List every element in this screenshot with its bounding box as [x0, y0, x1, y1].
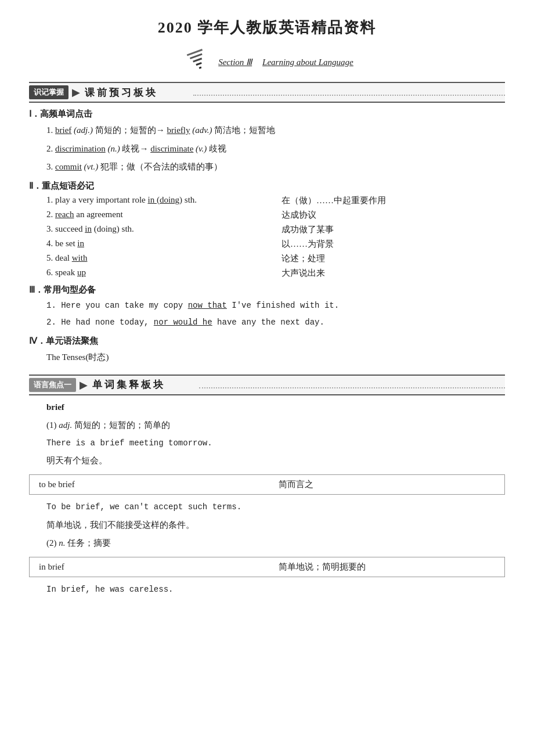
example1-zh: 明天有个短会。 — [46, 453, 505, 469]
panel2-dots — [199, 381, 505, 388]
phrase2-left: 2. reach an agreement — [46, 210, 270, 219]
part3-label: Ⅲ．常用句型必备 — [29, 285, 505, 296]
phrase4-left: 4. be set in — [46, 239, 270, 249]
sentence-item-1: 1. Here you can take my copy now that I'… — [46, 299, 505, 313]
phrase-item-2: 2. reach an agreement 达成协议 — [46, 210, 505, 221]
sentence-item-2: 2. He had none today, nor would he have … — [46, 316, 505, 330]
item2-text2: 歧视 — [209, 144, 226, 153]
item2-word2: discriminate — [150, 144, 193, 153]
main-title: 2020 学年人教版英语精品资料 — [29, 17, 505, 38]
phrase-item-3: 3. succeed in (doing) sth. 成功做了某事 — [46, 224, 505, 235]
phrase-item-1: 1. play a very important role in (doing)… — [46, 195, 505, 206]
panel1-header: 识记掌握 ▶ 课前预习板块 — [29, 82, 505, 103]
phrase6-right: 大声说出来 — [270, 268, 505, 279]
example1-en: There is a brief meeting tomorrow. — [46, 437, 505, 451]
word-brief-adj: (1) adj. 简短的；短暂的；简单的 — [46, 418, 505, 433]
table2-left: in brief — [39, 562, 255, 572]
vocab-item-3: 3. commit (vt.) 犯罪；做（不合法的或错的事） — [46, 160, 505, 175]
table1-left: to be brief — [39, 480, 255, 489]
item1-text: 简短的；短暂的→ — [95, 125, 165, 135]
svg-rect-4 — [199, 67, 202, 69]
word-brief: brief — [46, 402, 64, 412]
vocab-item-2: 2. discrimination (n.) 歧视→ discriminate … — [46, 142, 505, 157]
panel1-arrow-icon: ▶ — [72, 86, 80, 99]
table-row-1: to be brief 简而言之 — [29, 474, 505, 495]
table2-right: 简单地说；简明扼要的 — [255, 561, 495, 573]
adj-italic: adj. — [59, 420, 72, 430]
part1-label: Ⅰ．高频单词点击 — [29, 109, 505, 120]
item3-pos: (vt.) — [84, 162, 99, 171]
part2-label: Ⅱ．重点短语必记 — [29, 181, 505, 192]
learning-label: Learning about Language — [262, 57, 353, 67]
item1-word2: briefly — [167, 125, 190, 135]
section-label: Section Ⅲ — [218, 57, 252, 67]
item2-text1: 歧视→ — [122, 144, 148, 153]
adj-text: 简短的；短暂的；简单的 — [74, 420, 170, 430]
item3-num: 3. — [46, 162, 55, 171]
phrase1-left: 1. play a very important role in (doing)… — [46, 195, 270, 205]
item1-text2: 简洁地；短暂地 — [214, 125, 275, 135]
part4-text: The Tenses(时态) — [46, 350, 505, 365]
example3-en: In brief, he was careless. — [46, 583, 505, 597]
table-row-2: in brief 简单地说；简明扼要的 — [29, 557, 505, 577]
section-header: Section Ⅲ Learning about Language — [29, 48, 505, 76]
word-brief-n: (2) n. 任务；摘要 — [46, 536, 505, 551]
example2-zh: 简单地说，我们不能接受这样的条件。 — [46, 518, 505, 533]
item1-pos: (adj.) — [74, 125, 93, 135]
item3-text: 犯罪；做（不合法的或错的事） — [100, 162, 222, 171]
svg-rect-3 — [196, 62, 202, 66]
item3-word: commit — [55, 162, 82, 171]
example2-en: To be brief, we can't accept such terms. — [46, 501, 505, 514]
item2-pos2: (v.) — [196, 144, 207, 153]
item2-num: 2. — [46, 144, 55, 153]
word-entry-brief: brief — [46, 400, 505, 415]
vocab-item-1: 1. brief (adj.) 简短的；短暂的→ briefly (adv.) … — [46, 123, 505, 138]
n-text: 任务；摘要 — [67, 538, 111, 548]
table1-right: 简而言之 — [255, 479, 495, 490]
item2-pos1: (n.) — [107, 144, 120, 153]
panel2-arrow-icon: ▶ — [80, 379, 88, 391]
n-italic: n. — [59, 538, 65, 548]
svg-rect-2 — [193, 57, 202, 62]
panel1-badge: 识记掌握 — [29, 85, 68, 99]
section-logo-icon — [181, 48, 212, 76]
phrase-item-6: 6. speak up 大声说出来 — [46, 268, 505, 279]
n-label: (2) — [46, 538, 57, 548]
panel1-title: 课前预习板块 — [85, 86, 189, 99]
adj-label: (1) — [46, 420, 57, 430]
phrase5-right: 论述；处理 — [270, 253, 505, 264]
phrase3-right: 成功做了某事 — [270, 224, 505, 235]
panel2-header: 语言焦点一 ▶ 单词集释板块 — [29, 375, 505, 395]
panel2-badge: 语言焦点一 — [29, 378, 76, 392]
panel2-title: 单词集释板块 — [92, 378, 194, 391]
item1-num: 1. — [46, 125, 55, 135]
phrase3-left: 3. succeed in (doing) sth. — [46, 224, 270, 234]
item2-word1: discrimination — [55, 144, 106, 153]
phrase5-left: 5. deal with — [46, 253, 270, 263]
phrase-item-4: 4. be set in 以……为背景 — [46, 239, 505, 250]
phrase4-right: 以……为背景 — [270, 239, 505, 250]
item1-word: brief — [55, 125, 71, 135]
item1-pos2: (adv.) — [192, 125, 212, 135]
panel1-dots — [193, 89, 505, 96]
phrase1-right: 在（做）……中起重要作用 — [270, 195, 505, 206]
phrase2-right: 达成协议 — [270, 210, 505, 221]
part4-label: Ⅳ．单元语法聚焦 — [29, 336, 505, 347]
phrase6-left: 6. speak up — [46, 268, 270, 278]
phrase-item-5: 5. deal with 论述；处理 — [46, 253, 505, 264]
